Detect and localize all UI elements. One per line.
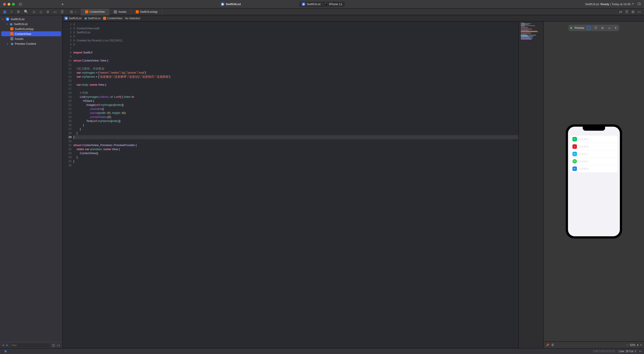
library-icon[interactable] [637,2,641,7]
device-name: iPhone 11 [329,3,342,6]
report-nav-icon[interactable]: ☰ [60,10,64,14]
tab-label: SwiftUIListApp [140,10,158,14]
swift-icon [103,17,106,20]
list-item[interactable]: ✉ 这是邮箱 [570,165,618,172]
scheme-name: SwiftUIList [307,3,320,6]
source-control-icon[interactable]: ⎌ [10,10,13,14]
tree-project-root[interactable]: ▾ ▦ SwiftUIList [0,17,62,22]
tree-file-swiftuilistapp[interactable]: SwiftUIListApp [0,27,62,31]
add-file-icon[interactable]: + [2,343,4,347]
device-notch [583,127,605,131]
zoom-level[interactable]: 52% [630,343,635,346]
maximize-window-button[interactable] [12,3,15,6]
scheme-icon: ▦ [302,3,306,6]
zoom-out-icon[interactable]: − [626,343,628,346]
tree-file-contentview[interactable]: ContentView [1,31,61,36]
breadcrumb-item[interactable]: SwiftUIList [69,17,82,20]
breadcrumb-item[interactable]: SwiftUIList [88,17,100,20]
tree-label: SwiftUIList [11,18,24,21]
zoom-dropdown-icon[interactable]: ▾ [637,343,638,346]
code-content[interactable]: //// ContentView.swift// SwiftUIList////… [73,22,518,348]
recent-icon[interactable]: ◷ [52,343,55,347]
list-item[interactable]: ✉ 这是微信 [570,136,618,143]
folder-nav-icon[interactable]: ▦ [3,10,6,14]
inspector-toggle-icon[interactable]: ▭ [638,10,641,14]
preview-duplicate-icon[interactable]: ⧉ [600,26,604,30]
tree-label: Assets [15,37,24,41]
folder-icon: ▣ [11,42,14,46]
jump-bar[interactable]: ▦ SwiftUIList › ▣ SwiftUIList › ContentV… [62,15,644,22]
debug-nav-icon[interactable]: ⊘ [46,10,49,14]
add-editor-icon[interactable]: ⊞ [632,10,634,14]
device-icon: 📱 [324,3,328,6]
minimize-window-button[interactable] [8,3,10,6]
tab-assets[interactable]: Assets [109,9,131,15]
live-preview-button[interactable] [587,26,591,30]
preview-device-icon[interactable]: ▭ [607,26,611,30]
tab-label: Assets [118,10,126,14]
swift-icon [136,10,139,14]
code-editor[interactable]: 1234567891011121314151617181920212223242… [62,22,544,348]
close-window-button[interactable] [3,3,6,6]
related-items-icon[interactable]: ⊞ [70,10,73,14]
status-time: | Today at 10:45 [610,3,630,6]
line-gutter: 1234567891011121314151617181920212223242… [62,22,73,348]
preview-label: Preview [575,27,584,30]
swift-icon [85,10,88,14]
preview-settings-icon[interactable]: ☰ [552,343,554,346]
toolbar: ▦ ⎌ ⚙ 🔍 ⚠ ◇ ⊘ ▭ ☰ ⊞ ‹ › ContentView Asse… [0,9,644,15]
test-nav-icon[interactable]: ◇ [40,10,42,14]
editor-options-icon[interactable]: ⇄ [619,10,622,14]
chevron-right-icon[interactable]: ▸ [7,43,10,45]
tree-group[interactable]: ▾ ▣ SwiftUIList [0,22,62,27]
pin-preview-icon[interactable]: 📌 [546,343,549,346]
tree-label: SwiftUIListApp [15,27,34,31]
preview-inspect-icon[interactable]: ⓘ [594,26,598,30]
tab-contentview[interactable]: ContentView [81,9,110,15]
filter-scope-icon[interactable]: ⊜ [6,344,8,346]
project-title: SwiftUIList [226,3,241,6]
editor-mode-icon[interactable]: ▭ [639,350,641,353]
tree-file-assets[interactable]: Assets [0,36,62,41]
preview-controls: Preview ⓘ ⧉ ▭ ⎘ [568,25,620,31]
breadcrumb-item[interactable]: No Selection [125,17,140,20]
activity-indicator-icon [4,350,7,352]
adjust-editor-icon[interactable]: ☰ [625,10,628,14]
folder-icon: ▣ [84,17,87,20]
status-bar: @稀土掘金技术社区 Line: 29 Col: 2 ▭ [0,348,644,354]
run-button[interactable] [60,1,66,8]
breakpoint-nav-icon[interactable]: ▭ [53,10,56,14]
preview-canvas: Preview ⓘ ⧉ ▭ ⎘ [544,22,644,348]
chevron-down-icon[interactable]: ▾ [6,23,8,25]
tree-label: ContentView [15,32,31,36]
symbol-nav-icon[interactable]: ⚙ [17,10,20,14]
tab-swiftuilistapp[interactable]: SwiftUIListApp [131,9,162,15]
add-icon[interactable] [631,2,634,7]
breadcrumb-item[interactable]: ContentView [107,17,122,20]
find-nav-icon[interactable]: 🔍 [24,10,28,14]
project-icon: ▦ [6,17,10,21]
swift-icon [10,32,14,35]
issue-nav-icon[interactable]: ⚠ [32,10,36,14]
list-item[interactable]: Q 这是QQ [570,150,618,158]
list-text: 这是电话 [579,160,588,163]
zoom-in-icon[interactable]: + [640,343,642,346]
filter-input[interactable] [10,343,50,347]
canvas-footer: 📌 ☰ − 52% ▾ + [544,341,644,348]
nav-forward-icon[interactable]: › [76,10,77,14]
folder-icon: ▣ [10,22,12,26]
scheme-selector[interactable]: ▦ SwiftUIList ▦ SwiftUIList › 📱 iPhone 1… [299,2,345,7]
preview-export-icon[interactable]: ⎘ [614,26,618,30]
cursor-position[interactable]: Line: 29 Col: 2 [619,350,636,353]
sidebar-toggle-icon[interactable] [18,1,24,8]
minimap[interactable] [518,22,544,348]
tree-folder-preview-content[interactable]: ▸ ▣ Preview Content [0,41,62,46]
device-screen[interactable]: ✉ 这是微信 ๏ 这是微博 Q [568,127,620,236]
svg-rect-0 [19,3,22,5]
scm-icon[interactable]: ▭ [57,343,60,347]
list-item[interactable]: ๏ 这是微博 [570,143,618,150]
build-status: SwiftUIList: Ready | Today at 10:45 [585,3,630,6]
device-frame: ✉ 这是微信 ๏ 这是微博 Q [566,124,622,238]
chevron-down-icon[interactable]: ▾ [2,18,4,20]
list-item[interactable]: ✆ 这是电话 [570,158,618,165]
